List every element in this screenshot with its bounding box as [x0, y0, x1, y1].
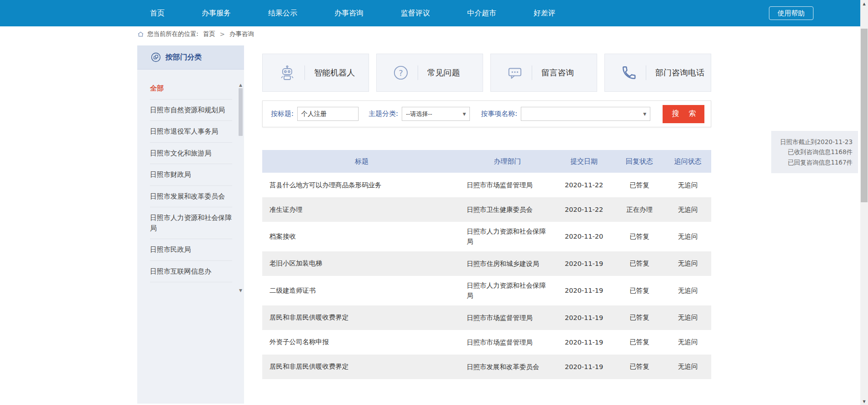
cell-title[interactable]: 二级建造师证书 — [262, 282, 461, 300]
department-list-item[interactable]: 全部 — [150, 78, 232, 100]
phone-icon — [621, 65, 637, 80]
col-header-reply: 回复状态 — [614, 157, 664, 166]
cell-title[interactable]: 准生证办理 — [262, 201, 461, 219]
department-list-item[interactable]: 日照市发展和改革委员会 — [150, 186, 232, 208]
home-icon — [137, 31, 144, 38]
help-button[interactable]: 使用帮助 — [769, 6, 813, 20]
divider — [304, 65, 305, 80]
cell-date: 2020-11-19 — [554, 334, 614, 350]
cell-title[interactable]: 外资子公司名称申报 — [262, 333, 461, 351]
breadcrumb-separator: > — [220, 30, 225, 38]
cell-reply-status: 已答复 — [614, 358, 664, 375]
col-header-dept: 办理部门 — [461, 157, 554, 166]
table-row[interactable]: 居民和非居民供暖收费界定 日照市发展和改革委员会 2020-11-19 已答复 … — [262, 355, 711, 379]
category-select-label: 主题分类: — [369, 110, 398, 118]
department-list-item[interactable]: 日照市民政局 — [150, 239, 232, 261]
cell-title[interactable]: 老旧小区加装电梯 — [262, 255, 461, 272]
scrollbar-up-icon[interactable]: ▲ — [860, 0, 868, 7]
cell-followup-status: 无追问 — [664, 309, 711, 326]
consultation-table: 标题 办理部门 提交日期 回复状态 追问状态 莒县什么地方可以办理商品条形码业务… — [262, 150, 711, 379]
phone-consult-label: 部门咨询电话 — [655, 67, 704, 78]
table-row[interactable]: 老旧小区加装电梯 日照市住房和城乡建设局 2020-11-19 已答复 无追问 — [262, 251, 711, 276]
cell-reply-status: 已答复 — [614, 309, 664, 326]
cell-reply-status: 已答复 — [614, 228, 664, 245]
sidebar-scroll-down-icon[interactable]: ▼ — [239, 288, 242, 293]
department-list-item[interactable]: 日照市自然资源和规划局 — [150, 100, 232, 121]
department-list-item[interactable]: 日照市人力资源和社会保障局 — [150, 207, 232, 239]
message-consult-label: 留言咨询 — [541, 67, 574, 78]
title-search-label: 按标题: — [271, 110, 294, 118]
divider — [418, 65, 418, 80]
consultation-stats-box: 日照市截止到2020-11-23已收到咨询信息1168件已回复咨询信息1167件 — [771, 131, 858, 173]
cell-followup-status: 无追问 — [664, 255, 711, 272]
robot-icon — [279, 65, 295, 81]
chevron-down-icon: ▼ — [643, 112, 646, 116]
divider — [646, 65, 646, 80]
cell-followup-status: 无追问 — [664, 333, 711, 351]
stats-line: 日照市截止到2020-11-23 — [777, 137, 853, 147]
cell-dept: 日照市市场监督管理局 — [461, 175, 554, 195]
sidebar-scrollbar-thumb[interactable] — [239, 88, 243, 136]
category-icon — [151, 52, 161, 62]
title-search-input[interactable] — [297, 107, 359, 121]
scrollbar-thumb[interactable] — [861, 29, 868, 202]
item-select-label: 按事项名称: — [481, 110, 517, 118]
sidebar-scroll-up-icon[interactable]: ▲ — [239, 83, 242, 87]
breadcrumb: 您当前所在的位置: 首页 > 办事咨询 — [137, 26, 254, 42]
col-header-date: 提交日期 — [554, 157, 614, 166]
department-list-item[interactable]: 日照市退役军人事务局 — [150, 121, 232, 143]
department-list-item[interactable]: 日照市财政局 — [150, 164, 232, 186]
smart-robot-card[interactable]: 智能机器人 — [262, 54, 369, 92]
nav-item[interactable]: 好差评 — [534, 9, 555, 18]
faq-label: 常见问题 — [427, 67, 460, 78]
breadcrumb-home-link[interactable]: 首页 — [203, 30, 215, 38]
cell-dept: 日照市卫生健康委员会 — [461, 200, 554, 219]
stats-line: 已回复咨询信息1167件 — [777, 157, 853, 167]
cell-date: 2020-11-22 — [554, 177, 614, 193]
table-row[interactable]: 莒县什么地方可以办理商品条形码业务 日照市市场监督管理局 2020-11-22 … — [262, 173, 711, 197]
nav-item[interactable]: 首页 — [150, 9, 165, 18]
table-row[interactable]: 档案接收 日照市人力资源和社会保障局 2020-11-20 已答复 无追问 — [262, 222, 711, 251]
category-select[interactable]: --请选择-- ▼ — [402, 107, 470, 121]
nav-item[interactable]: 监督评议 — [401, 9, 430, 18]
main-content: 智能机器人 ? 常见问题 留言咨询 部门咨询电话 按标题: 主题分类: — [262, 54, 711, 379]
page-scrollbar[interactable]: ▲ ▼ — [860, 0, 868, 405]
item-name-select[interactable]: ▼ — [521, 107, 650, 121]
nav-item[interactable]: 结果公示 — [268, 9, 297, 18]
cell-followup-status: 无追问 — [664, 201, 711, 219]
cell-date: 2020-11-22 — [554, 201, 614, 218]
phone-consult-card[interactable]: 部门咨询电话 — [604, 54, 711, 92]
cell-date: 2020-11-19 — [554, 282, 614, 299]
department-list-item[interactable]: 日照市互联网信息办 — [150, 261, 232, 283]
table-row[interactable]: 二级建造师证书 日照市人力资源和社会保障局 2020-11-19 已答复 无追问 — [262, 276, 711, 305]
table-row[interactable]: 外资子公司名称申报 日照市市场监督管理局 2020-11-19 已答复 无追问 — [262, 330, 711, 355]
table-row[interactable]: 居民和非居民供暖收费界定 日照市市场监督管理局 2020-11-19 已答复 无… — [262, 305, 711, 330]
cell-date: 2020-11-20 — [554, 228, 614, 245]
nav-item[interactable]: 办事咨询 — [334, 9, 364, 18]
cell-reply-status: 已答复 — [614, 176, 664, 194]
nav-item[interactable]: 中介超市 — [467, 9, 496, 18]
cell-title[interactable]: 档案接收 — [262, 228, 461, 245]
faq-card[interactable]: ? 常见问题 — [376, 54, 483, 92]
col-header-title: 标题 — [262, 157, 461, 166]
cell-followup-status: 无追问 — [664, 282, 711, 300]
message-consult-card[interactable]: 留言咨询 — [490, 54, 597, 92]
cell-title[interactable]: 莒县什么地方可以办理商品条形码业务 — [262, 176, 461, 194]
breadcrumb-current[interactable]: 办事咨询 — [229, 30, 254, 38]
cell-date: 2020-11-19 — [554, 310, 614, 326]
cell-date: 2020-11-19 — [554, 255, 614, 272]
breadcrumb-prefix: 您当前所在的位置: — [147, 30, 199, 38]
cell-date: 2020-11-19 — [554, 359, 614, 375]
search-button[interactable]: 搜 索 — [663, 105, 704, 123]
top-navbar: 首页办事服务结果公示办事咨询监督评议中介超市好差评 — [0, 0, 868, 26]
sidebar-header: 按部门分类 — [137, 45, 244, 70]
cell-title[interactable]: 居民和非居民供暖收费界定 — [262, 309, 461, 326]
cell-title[interactable]: 居民和非居民供暖收费界定 — [262, 358, 461, 375]
nav-item[interactable]: 办事服务 — [202, 9, 231, 18]
cell-reply-status: 正在办理 — [614, 201, 664, 219]
sidebar-title: 按部门分类 — [165, 53, 202, 62]
department-list-item[interactable]: 日照市文化和旅游局 — [150, 143, 232, 165]
question-icon: ? — [393, 65, 409, 80]
table-row[interactable]: 准生证办理 日照市卫生健康委员会 2020-11-22 正在办理 无追问 — [262, 197, 711, 222]
scrollbar-down-icon[interactable]: ▼ — [860, 398, 868, 405]
